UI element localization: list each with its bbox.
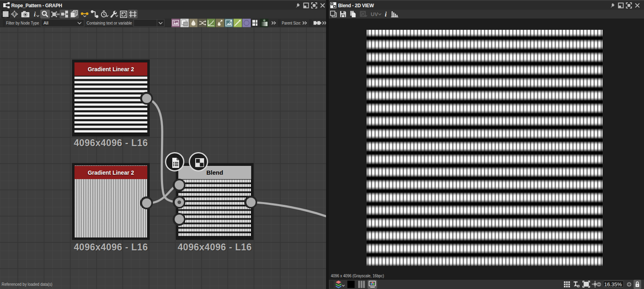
svg-text:Containing text or variable: Containing text or variable	[87, 21, 132, 25]
svg-text:Referenced by loaded data(s): Referenced by loaded data(s)	[2, 282, 52, 287]
svg-text:UV: UV	[371, 11, 378, 17]
svg-text:All: All	[43, 21, 48, 25]
svg-text:1:1: 1:1	[12, 13, 17, 16]
svg-text:4096 x 4096 (Grayscale, 16bpc): 4096 x 4096 (Grayscale, 16bpc)	[331, 273, 384, 278]
svg-text:Parent Size:: Parent Size:	[282, 21, 301, 25]
svg-text:i: i	[34, 10, 36, 18]
svg-text:Filter by Node Type: Filter by Node Type	[6, 21, 39, 25]
svg-text:i: i	[385, 10, 387, 18]
